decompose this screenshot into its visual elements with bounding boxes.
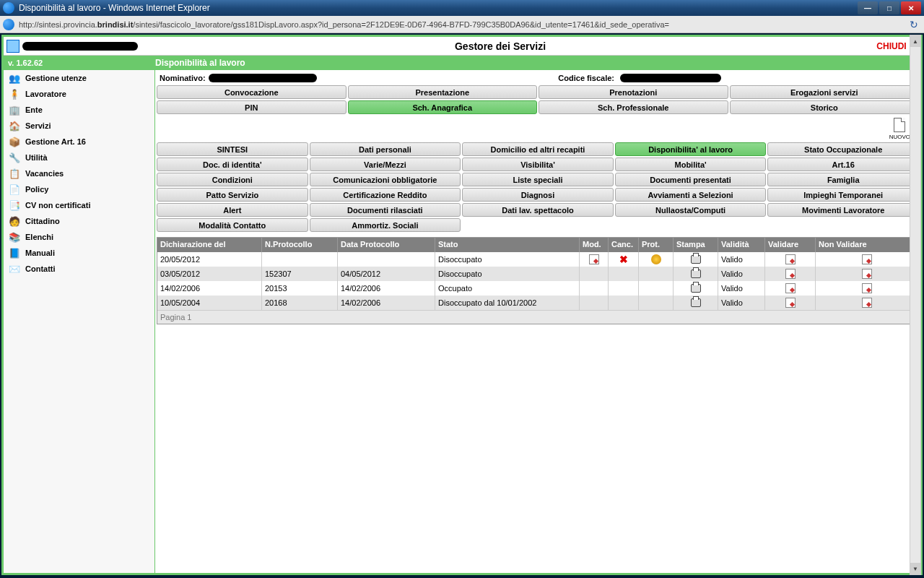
cell-non-validare[interactable] <box>816 267 918 281</box>
th-mod[interactable]: Mod. <box>580 238 609 252</box>
cell-stampa[interactable] <box>674 252 718 267</box>
sidebar-item-7[interactable]: 📄Policy <box>4 181 154 197</box>
cell-validare[interactable] <box>765 281 816 296</box>
th-validita[interactable]: Validità <box>718 238 765 252</box>
section-tab[interactable]: Visibilita' <box>462 158 614 171</box>
sidebar-item-2[interactable]: 🏢Ente <box>4 102 154 118</box>
vertical-scrollbar[interactable]: ▲ ▼ <box>910 35 921 575</box>
section-tab[interactable]: Condizioni <box>157 173 308 186</box>
th-canc[interactable]: Canc. <box>609 238 639 252</box>
sidebar-item-0[interactable]: 👥Gestione utenze <box>4 70 154 86</box>
scroll-up-icon[interactable]: ▲ <box>910 35 920 47</box>
action-button[interactable]: Erogazioni servizi <box>730 85 920 99</box>
sidebar-item-label: Ente <box>25 105 43 114</box>
th-non-validare[interactable]: Non Validare <box>816 238 918 252</box>
cell-stampa[interactable] <box>674 281 718 296</box>
section-tab[interactable]: Alert <box>157 203 308 217</box>
section-tab[interactable]: Impieghi Temporanei <box>767 188 919 202</box>
pager[interactable]: Pagina 1 <box>157 310 918 324</box>
section-tab[interactable]: Famiglia <box>767 173 919 186</box>
cell-non-validare[interactable] <box>816 296 918 310</box>
cell-validita: Valido <box>718 296 765 310</box>
validate-icon <box>785 254 796 264</box>
sidebar-item-6[interactable]: 📋Vacancies <box>4 165 154 181</box>
cell-prot-action[interactable] <box>639 252 674 267</box>
sidebar-item-11[interactable]: 📘Manuali <box>4 245 154 261</box>
cell-validare[interactable] <box>765 252 816 267</box>
action-button[interactable]: PIN <box>157 100 346 114</box>
section-tab[interactable]: Diagnosi <box>462 188 614 202</box>
section-tab[interactable]: Documenti rilasciati <box>310 203 461 217</box>
protocol-icon <box>651 254 661 264</box>
section-tab[interactable]: Dati lav. spettacolo <box>462 203 614 217</box>
th-prot-action[interactable]: Prot. <box>639 238 674 252</box>
action-button[interactable]: Presentazione <box>348 85 538 99</box>
section-tab[interactable]: Movimenti Lavoratore <box>767 203 919 217</box>
section-tab[interactable]: Documenti presentati <box>615 173 767 186</box>
cell-mod[interactable] <box>580 252 609 267</box>
cell-prot <box>262 252 338 267</box>
url-field[interactable]: http://sintesi.provincia.brindisi.it/sin… <box>19 20 907 29</box>
sidebar-item-1[interactable]: 🧍Lavoratore <box>4 86 154 102</box>
sidebar-item-8[interactable]: 📑CV non certificati <box>4 197 154 213</box>
refresh-icon[interactable]: ↻ <box>910 19 921 30</box>
version-label: v. 1.62.62 <box>4 59 155 67</box>
cell-stampa[interactable] <box>674 296 718 310</box>
action-button[interactable]: Sch. Anagrafica <box>348 100 538 114</box>
action-button[interactable]: Convocazione <box>157 85 346 99</box>
th-validare[interactable]: Validare <box>765 238 816 252</box>
cell-validare[interactable] <box>765 296 816 310</box>
section-tab[interactable]: Varie/Mezzi <box>310 158 461 171</box>
section-tab[interactable]: Nullaosta/Computi <box>615 203 767 217</box>
cell-validare[interactable] <box>765 267 816 281</box>
section-tab[interactable]: Comunicazioni obbligatorie <box>310 173 461 186</box>
section-tab[interactable]: Certificazione Reddito <box>310 188 461 202</box>
section-tab[interactable]: Ammortiz. Sociali <box>310 218 461 232</box>
ie-icon <box>3 2 14 14</box>
section-tab[interactable]: Modalità Contatto <box>157 218 308 232</box>
cell-stato: Disoccupato dal 10/01/2002 <box>435 296 580 310</box>
section-tab[interactable]: Dati personali <box>310 142 461 156</box>
nominativo-label: Nominativo: <box>160 74 206 82</box>
th-dichiarazione[interactable]: Dichiarazione del <box>157 238 262 252</box>
sidebar-item-4[interactable]: 📦Gestione Art. 16 <box>4 134 154 150</box>
th-stato[interactable]: Stato <box>435 238 580 252</box>
maximize-button[interactable]: □ <box>879 1 899 14</box>
cell-non-validare[interactable] <box>816 281 918 296</box>
codice-fiscale-label: Codice fiscale: <box>558 74 614 82</box>
section-tab[interactable]: Art.16 <box>767 158 919 171</box>
cell-canc[interactable]: ✖ <box>609 252 639 267</box>
section-tab[interactable]: Domicilio ed altri recapiti <box>462 142 614 156</box>
cell-validita: Valido <box>718 281 765 296</box>
th-protocollo[interactable]: N.Protocollo <box>262 238 338 252</box>
sidebar-item-3[interactable]: 🏠Servizi <box>4 118 154 134</box>
scroll-down-icon[interactable]: ▼ <box>910 563 920 574</box>
section-tab[interactable]: Doc. di identita' <box>157 158 308 171</box>
section-tab[interactable]: Patto Servizio <box>157 188 308 202</box>
nuovo-button[interactable]: NUOVO <box>889 118 910 140</box>
th-data-protocollo[interactable]: Data Protocollo <box>338 238 435 252</box>
section-tab[interactable]: Stato Occupazionale <box>767 142 919 156</box>
sidebar-item-9[interactable]: 🧑Cittadino <box>4 213 154 229</box>
section-tab[interactable]: Liste speciali <box>462 173 614 186</box>
scroll-track[interactable] <box>910 47 920 563</box>
close-window-button[interactable]: ✕ <box>901 1 921 14</box>
section-tab[interactable]: Avviamenti a Selezioni <box>615 188 767 202</box>
action-button[interactable]: Prenotazioni <box>539 85 728 99</box>
action-button[interactable]: Storico <box>730 100 920 114</box>
section-tab[interactable]: Disponibilita' al lavoro <box>615 142 767 156</box>
th-stampa[interactable]: Stampa <box>674 238 718 252</box>
action-button[interactable]: Sch. Professionale <box>539 100 728 114</box>
cell-dich: 10/05/2004 <box>157 296 262 310</box>
cell-canc <box>609 267 639 281</box>
section-tab[interactable]: SINTESI <box>157 142 308 156</box>
cell-non-validare[interactable] <box>816 252 918 267</box>
sidebar-item-10[interactable]: 📚Elenchi <box>4 229 154 245</box>
section-tab[interactable]: Mobilita' <box>615 158 767 171</box>
sidebar-item-12[interactable]: ✉️Contatti <box>4 261 154 277</box>
sidebar-item-5[interactable]: 🔧Utilità <box>4 150 154 165</box>
minimize-button[interactable]: — <box>858 1 878 14</box>
cell-canc <box>609 296 639 310</box>
cell-stampa[interactable] <box>674 267 718 281</box>
cell-canc <box>609 281 639 296</box>
